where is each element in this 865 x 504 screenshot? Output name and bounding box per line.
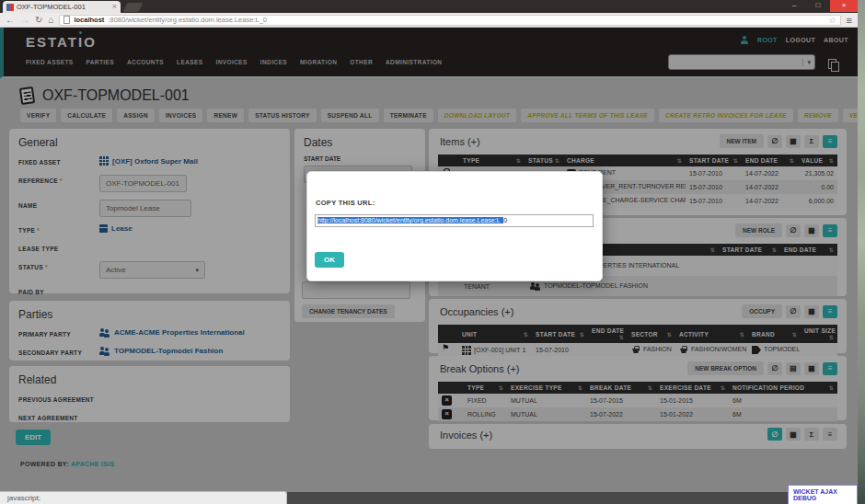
back-icon[interactable]: ← bbox=[6, 14, 15, 27]
selected-url-text: http://localhost:8080/wicket/entity/org.… bbox=[317, 217, 503, 223]
browser-menu-icon[interactable]: ≡ bbox=[847, 15, 852, 26]
url-host: localhost bbox=[74, 16, 104, 24]
copy-url-input[interactable]: http://localhost:8080/wicket/entity/org.… bbox=[315, 214, 594, 227]
browser-url-bar: ← → ↻ ⌂ localhost :8080/wicket/entity/or… bbox=[0, 13, 858, 28]
forward-icon[interactable]: → bbox=[20, 14, 29, 27]
home-icon[interactable]: ⌂ bbox=[48, 14, 53, 27]
url-rest: :8080/wicket/entity/org.estatio.dom.leas… bbox=[108, 16, 825, 24]
window-minimize-button[interactable]: – bbox=[782, 0, 806, 12]
desktop-edge bbox=[858, 0, 865, 504]
copy-url-label: COPY THIS URL: bbox=[316, 199, 375, 207]
window-maximize-button[interactable]: □ bbox=[806, 0, 830, 12]
wicket-favicon-icon bbox=[6, 4, 14, 11]
browser-tab[interactable]: OXF-TOPMODEL-001 × bbox=[3, 1, 121, 13]
reload-icon[interactable]: ↻ bbox=[35, 14, 42, 27]
ok-button[interactable]: OK bbox=[315, 252, 344, 268]
url-input[interactable]: localhost :8080/wicket/entity/org.estati… bbox=[59, 15, 840, 26]
web-page: ESTATIO ROOT LOGOUT ABOUT FIXED ASSETSPA… bbox=[0, 28, 858, 504]
tab-close-icon[interactable]: × bbox=[112, 3, 117, 11]
tab-title: OXF-TOPMODEL-001 bbox=[17, 3, 110, 11]
browser-tab-bar: OXF-TOPMODEL-001 × – □ × bbox=[0, 0, 858, 13]
browser-status-bubble: javascript; bbox=[0, 491, 287, 504]
page-icon bbox=[63, 16, 70, 24]
bookmark-star-icon[interactable]: ☆ bbox=[829, 16, 836, 25]
wicket-ajax-debug-badge[interactable]: WICKET AJAX DEBUG bbox=[788, 485, 858, 504]
window-close-button[interactable]: × bbox=[830, 0, 858, 12]
screen: OXF-TOPMODEL-001 × – □ × ← → ↻ ⌂ localho… bbox=[0, 0, 865, 504]
copy-url-modal: COPY THIS URL: http://localhost:8080/wic… bbox=[306, 171, 603, 281]
new-tab-button[interactable] bbox=[123, 3, 144, 12]
